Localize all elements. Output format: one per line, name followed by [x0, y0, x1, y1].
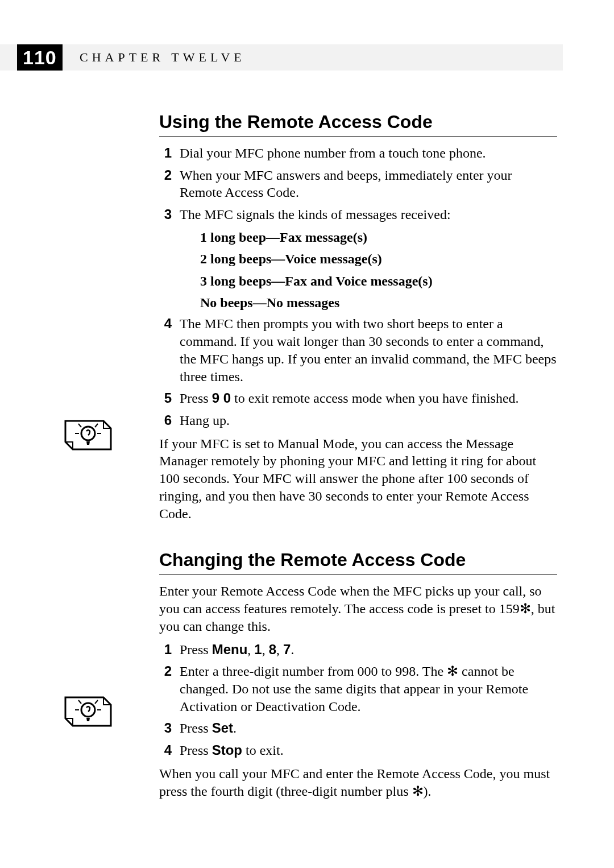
step-3: 3 The MFC signals the kinds of messages …	[159, 206, 557, 224]
text: ,	[262, 642, 269, 657]
text: Enter your Remote Access Code when the M…	[159, 584, 542, 616]
step-text: Hang up.	[180, 412, 557, 429]
key-stop: Stop	[212, 742, 242, 758]
step-4: 4 Press Stop to exit.	[159, 742, 557, 759]
step-text: The MFC signals the kinds of messages re…	[180, 206, 557, 224]
step-number: 1	[159, 144, 172, 162]
step-6: 6 Hang up.	[159, 412, 557, 429]
step-2: 2 When your MFC answers and beeps, immed…	[159, 167, 557, 201]
page: 110 CHAPTER TWELVE	[0, 0, 614, 868]
text: Press	[180, 642, 212, 657]
beep-signal-1: 1 long beep—Fax message(s)	[200, 228, 557, 246]
star-symbol: ✻	[520, 601, 531, 616]
step-text: Dial your MFC phone number from a touch …	[180, 144, 557, 162]
text: ,	[276, 642, 283, 657]
step-4: 4 The MFC then prompts you with two shor…	[159, 315, 557, 385]
heading-rule	[159, 574, 557, 574]
step-5: 5 Press 9 0 to exit remote access mode w…	[159, 390, 557, 407]
tip-icon	[63, 692, 114, 731]
key-set: Set	[212, 720, 233, 735]
note-manual-mode: If your MFC is set to Manual Mode, you c…	[159, 435, 557, 523]
text: Enter a three-digit number from 000 to 9…	[180, 664, 447, 679]
step-text: The MFC then prompts you with two short …	[180, 315, 557, 385]
beep-signal-2: 2 long beeps—Voice message(s)	[200, 250, 557, 268]
heading-rule	[159, 136, 557, 137]
step-2: 2 Enter a three-digit number from 000 to…	[159, 663, 557, 715]
text: Press	[180, 391, 212, 406]
beep-signal-3: 3 long beeps—Fax and Voice message(s)	[200, 272, 557, 290]
step-number: 1	[159, 641, 172, 659]
step-text: Press Set.	[180, 720, 557, 737]
step-3: 3 Press Set.	[159, 720, 557, 737]
intro-paragraph: Enter your Remote Access Code when the M…	[159, 582, 557, 635]
text: When you call your MFC and enter the Rem…	[159, 766, 550, 799]
beep-signal-4: No beeps—No messages	[200, 294, 557, 312]
step-number: 5	[159, 390, 172, 407]
step-number: 6	[159, 412, 172, 429]
step-number: 4	[159, 315, 172, 385]
text: ,	[247, 642, 254, 657]
page-number: 110	[17, 44, 63, 71]
key-9-0: 9 0	[212, 390, 231, 406]
step-text: When your MFC answers and beeps, immedia…	[180, 167, 557, 201]
step-number: 2	[159, 167, 172, 201]
step-text: Enter a three-digit number from 000 to 9…	[180, 663, 557, 715]
key-1: 1	[254, 642, 262, 657]
step-text: Press Menu, 1, 8, 7.	[180, 641, 557, 659]
tip-icon	[63, 415, 114, 455]
note-fourth-digit: When you call your MFC and enter the Rem…	[159, 765, 557, 800]
step-number: 3	[159, 206, 172, 224]
chapter-label: CHAPTER TWELVE	[80, 44, 246, 71]
key-8: 8	[269, 642, 276, 657]
text: Press	[180, 743, 212, 758]
text: to exit remote access mode when you have…	[231, 391, 519, 406]
text: Press	[180, 721, 212, 735]
step-text: Press Stop to exit.	[180, 742, 557, 759]
section-heading-changing: Changing the Remote Access Code	[159, 549, 557, 571]
key-7: 7	[283, 642, 291, 657]
step-number: 3	[159, 720, 172, 737]
step-number: 2	[159, 663, 172, 715]
step-number: 4	[159, 742, 172, 759]
step-text: Press 9 0 to exit remote access mode whe…	[180, 390, 557, 407]
star-symbol: ✻	[447, 664, 458, 679]
content: Using the Remote Access Code 1 Dial your…	[159, 111, 557, 805]
text: .	[233, 721, 237, 735]
text: .	[291, 642, 294, 657]
section-heading-using: Using the Remote Access Code	[159, 111, 557, 133]
star-symbol: ✻	[412, 784, 424, 799]
text: to exit.	[242, 743, 284, 758]
key-menu: Menu	[212, 642, 248, 657]
text: ).	[424, 784, 432, 799]
step-1: 1 Dial your MFC phone number from a touc…	[159, 144, 557, 162]
step-1: 1 Press Menu, 1, 8, 7.	[159, 641, 557, 659]
